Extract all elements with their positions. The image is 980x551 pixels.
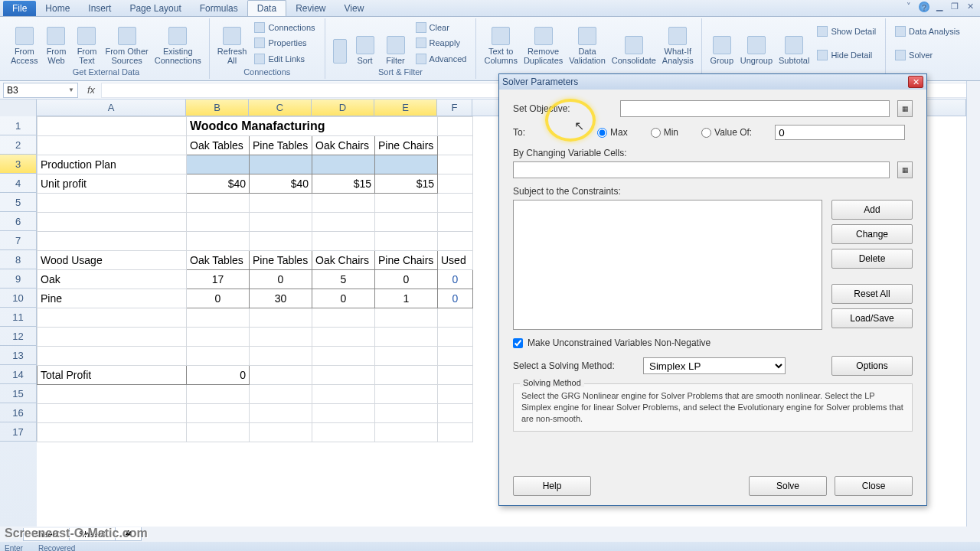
data-analysis-button[interactable]: Data Analysis bbox=[893, 25, 962, 37]
col-header-E[interactable]: E bbox=[374, 99, 437, 116]
window-restore-icon[interactable]: ❐ bbox=[949, 2, 960, 12]
solver-button[interactable]: Solver bbox=[893, 49, 962, 61]
row-header-6[interactable]: 6 bbox=[0, 212, 37, 231]
name-box[interactable]: B3▼ bbox=[3, 83, 78, 98]
tab-formulas[interactable]: Formulas bbox=[191, 1, 247, 16]
tab-view[interactable]: View bbox=[335, 1, 374, 16]
cell-B8[interactable]: Oak Tables bbox=[187, 251, 250, 270]
cell-F6[interactable] bbox=[438, 213, 473, 232]
cell-A2[interactable] bbox=[38, 136, 187, 155]
col-header-B[interactable]: B bbox=[186, 99, 249, 116]
cell-F10[interactable]: 0 bbox=[438, 289, 473, 308]
row-header-17[interactable]: 17 bbox=[0, 422, 37, 442]
sort-az-button[interactable] bbox=[330, 20, 350, 67]
cell-D15[interactable] bbox=[312, 385, 375, 404]
cell-F3[interactable] bbox=[438, 155, 473, 174]
cell-E16[interactable] bbox=[375, 404, 438, 423]
cell-C10[interactable]: 30 bbox=[250, 289, 312, 308]
row-header-8[interactable]: 8 bbox=[0, 250, 37, 269]
clear-button[interactable]: Clear bbox=[414, 21, 469, 34]
row-header-3[interactable]: 3 bbox=[0, 155, 37, 174]
cell-C13[interactable] bbox=[250, 347, 312, 366]
cell-B5[interactable] bbox=[187, 194, 250, 213]
radio-max[interactable]: Max bbox=[597, 127, 628, 138]
cell-A14[interactable]: Total Profit bbox=[38, 366, 187, 385]
row-header-14[interactable]: 14 bbox=[0, 365, 37, 384]
cell-D3[interactable] bbox=[312, 155, 375, 174]
row-header-11[interactable]: 11 bbox=[0, 308, 37, 327]
help-icon[interactable]: ? bbox=[919, 2, 929, 12]
consolidate-button[interactable]: Consolidate bbox=[609, 20, 659, 67]
cell-A17[interactable] bbox=[38, 423, 187, 442]
add-constraint-button[interactable]: Add bbox=[831, 200, 913, 220]
row-header-10[interactable]: 10 bbox=[0, 289, 37, 308]
reset-all-button[interactable]: Reset All bbox=[831, 284, 913, 304]
load-save-button[interactable]: Load/Save bbox=[831, 308, 913, 328]
name-box-dropdown-icon[interactable]: ▼ bbox=[68, 86, 74, 93]
value-of-input[interactable] bbox=[775, 125, 905, 140]
tab-page-layout[interactable]: Page Layout bbox=[120, 1, 190, 16]
cell-E11[interactable] bbox=[375, 308, 438, 328]
remove-duplicates-button[interactable]: Remove Duplicates bbox=[521, 20, 566, 67]
cell-C17[interactable] bbox=[250, 423, 312, 442]
cell-E7[interactable] bbox=[375, 232, 438, 251]
cell-A4[interactable]: Unit profit bbox=[38, 174, 187, 194]
cell-E5[interactable] bbox=[375, 194, 438, 213]
from-access-button[interactable]: From Access bbox=[8, 20, 41, 67]
cell-C3[interactable] bbox=[250, 155, 312, 174]
cell-F8[interactable]: Used bbox=[438, 251, 473, 270]
change-constraint-button[interactable]: Change bbox=[831, 224, 913, 244]
cell-B12[interactable] bbox=[187, 328, 250, 347]
tab-home[interactable]: Home bbox=[36, 1, 79, 16]
col-header-D[interactable]: D bbox=[312, 99, 374, 116]
close-button[interactable]: Close bbox=[835, 476, 913, 496]
cell-A16[interactable] bbox=[38, 404, 187, 423]
cell-E4[interactable]: $15 bbox=[375, 174, 438, 194]
cell-C8[interactable]: Pine Tables bbox=[250, 251, 312, 270]
tab-review[interactable]: Review bbox=[286, 1, 335, 16]
nonneg-checkbox[interactable] bbox=[513, 338, 523, 348]
subtotal-button[interactable]: Subtotal bbox=[776, 20, 812, 67]
filter-button[interactable]: Filter bbox=[381, 20, 411, 67]
row-header-1[interactable]: 1 bbox=[0, 116, 37, 135]
window-min-icon[interactable]: ▁ bbox=[934, 2, 945, 12]
existing-conn-button[interactable]: Existing Connections bbox=[152, 20, 204, 67]
cell-B13[interactable] bbox=[187, 347, 250, 366]
cell-A8[interactable]: Wood Usage bbox=[38, 251, 187, 270]
hide-detail-button[interactable]: Hide Detail bbox=[815, 49, 877, 61]
cell-C2[interactable]: Pine Tables bbox=[250, 136, 312, 155]
cell-C7[interactable] bbox=[250, 232, 312, 251]
cell-B10[interactable]: 0 bbox=[187, 289, 250, 308]
cell-D11[interactable] bbox=[312, 308, 375, 328]
radio-value-of[interactable]: Value Of: bbox=[701, 127, 752, 138]
show-detail-button[interactable]: Show Detail bbox=[815, 25, 877, 37]
cell-E12[interactable] bbox=[375, 328, 438, 347]
cell-F4[interactable] bbox=[438, 174, 473, 194]
row-header-12[interactable]: 12 bbox=[0, 327, 37, 346]
cell-C12[interactable] bbox=[250, 328, 312, 347]
cell-D14[interactable] bbox=[312, 366, 375, 385]
cell-B4[interactable]: $40 bbox=[187, 174, 250, 194]
constraints-listbox[interactable] bbox=[513, 200, 822, 330]
refresh-all-button[interactable]: Refresh All bbox=[214, 20, 250, 67]
cell-B16[interactable] bbox=[187, 404, 250, 423]
cell-D4[interactable]: $15 bbox=[312, 174, 375, 194]
cell-F7[interactable] bbox=[438, 232, 473, 251]
cell-B6[interactable] bbox=[187, 213, 250, 232]
cell-B17[interactable] bbox=[187, 423, 250, 442]
cell-F15[interactable] bbox=[438, 385, 473, 404]
cell-B7[interactable] bbox=[187, 232, 250, 251]
cell-D5[interactable] bbox=[312, 194, 375, 213]
cell-D9[interactable]: 5 bbox=[312, 270, 375, 289]
cell-A9[interactable]: Oak bbox=[38, 270, 187, 289]
row-header-2[interactable]: 2 bbox=[0, 135, 37, 155]
cell-F1[interactable] bbox=[438, 117, 473, 136]
cell-B9[interactable]: 17 bbox=[187, 270, 250, 289]
cell-F14[interactable] bbox=[438, 366, 473, 385]
col-header-C[interactable]: C bbox=[249, 99, 312, 116]
cell-F16[interactable] bbox=[438, 404, 473, 423]
cell-D17[interactable] bbox=[312, 423, 375, 442]
cell-C11[interactable] bbox=[250, 308, 312, 328]
col-header-F[interactable]: F bbox=[437, 99, 472, 116]
radio-min[interactable]: Min bbox=[651, 127, 678, 138]
